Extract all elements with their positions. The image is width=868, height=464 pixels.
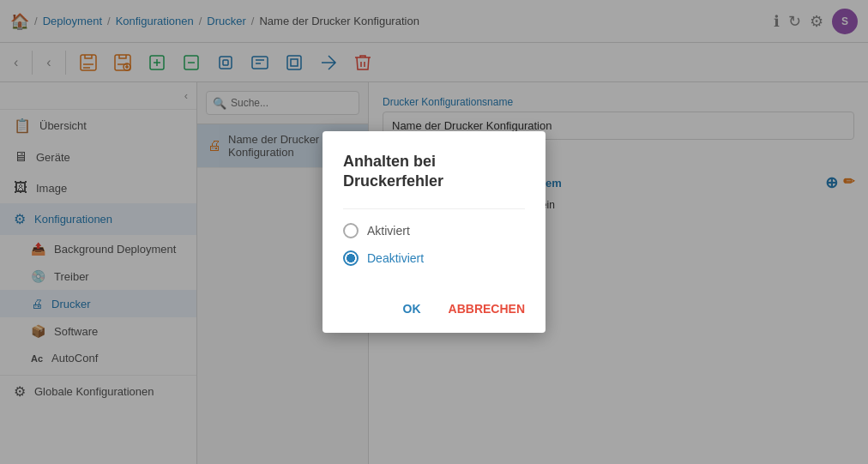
dialog-overlay: Anhalten bei Druckerfehler Aktiviert Dea… xyxy=(0,0,868,464)
radio-aktiviert-label: Aktiviert xyxy=(367,224,410,238)
dialog-body: Anhalten bei Druckerfehler Aktiviert Dea… xyxy=(322,131,546,292)
dialog-actions: OK ABBRECHEN xyxy=(322,292,546,333)
radio-circle-deaktiviert xyxy=(343,250,359,266)
dialog-ok-button[interactable]: OK xyxy=(396,298,428,319)
dialog-cancel-button[interactable]: ABBRECHEN xyxy=(442,298,532,319)
dialog: Anhalten bei Druckerfehler Aktiviert Dea… xyxy=(322,131,546,334)
dialog-title: Anhalten bei Druckerfehler xyxy=(343,152,525,192)
radio-aktiviert[interactable]: Aktiviert xyxy=(343,223,525,238)
radio-deaktiviert-label: Deaktiviert xyxy=(367,251,424,265)
radio-circle-aktiviert xyxy=(343,223,359,238)
dialog-divider xyxy=(343,208,525,209)
radio-deaktiviert[interactable]: Deaktiviert xyxy=(343,250,525,266)
